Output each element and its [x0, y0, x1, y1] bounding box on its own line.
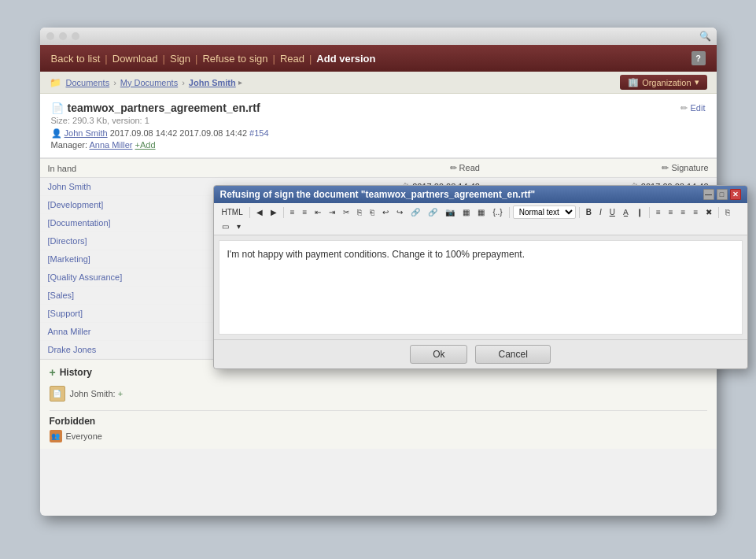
add-link[interactable]: +Add — [135, 140, 156, 150]
html-btn[interactable]: HTML — [219, 206, 246, 218]
sep2: | — [163, 53, 165, 65]
ul-btn[interactable]: ≡ — [287, 206, 298, 218]
indent-btn[interactable]: ⇥ — [326, 206, 338, 218]
cut-btn[interactable]: ✂ — [340, 206, 352, 218]
align-left-btn[interactable]: ≡ — [653, 206, 664, 218]
history-thumb: 📄 — [50, 386, 65, 402]
breadcrumb-my-documents[interactable]: My Documents — [120, 78, 178, 87]
name-link[interactable]: Anna Miller — [48, 327, 91, 336]
everyone-label: Everyone — [66, 431, 102, 441]
history-item-icon: + — [118, 389, 123, 398]
download-link[interactable]: Download — [112, 53, 158, 65]
dot-yellow — [59, 32, 67, 40]
redo-btn[interactable]: ▶ — [267, 206, 280, 218]
modal-content[interactable]: I'm not happy with payment conditions. C… — [219, 240, 743, 335]
ol-btn[interactable]: ≡ — [300, 206, 311, 218]
col-inhand: In hand — [40, 159, 260, 178]
org-arrow: ▾ — [695, 77, 699, 87]
doc-name: teamwox_partners_agreement_en.rtf — [68, 102, 260, 114]
align-right-btn[interactable]: ≡ — [678, 206, 689, 218]
sep5: | — [309, 53, 312, 65]
undo2-btn[interactable]: ↩ — [379, 206, 392, 218]
format-select[interactable]: Normal text Heading 1 Heading 2 Heading … — [513, 205, 576, 219]
doc-date: 2017.09.08 14:42 — [179, 128, 247, 138]
org-label: Organization — [642, 78, 691, 87]
forbidden-title: Forbidden — [50, 416, 707, 427]
manager-link[interactable]: Anna Miller — [89, 140, 132, 150]
name-link[interactable]: John Smith — [48, 182, 91, 191]
name-link[interactable]: [Quality Assurance] — [48, 272, 123, 282]
breadcrumb-bar: 📁 Documents › My Documents › John Smith … — [40, 72, 717, 94]
highlight-btn[interactable]: ❙ — [633, 206, 646, 218]
snippet-btn[interactable]: {..} — [489, 206, 505, 218]
name-link[interactable]: [Directors] — [48, 236, 87, 246]
table-btn[interactable]: ▦ — [459, 206, 473, 218]
copy-btn[interactable]: ⎘ — [354, 206, 365, 218]
refuse-sign-link[interactable]: Refuse to sign — [202, 53, 267, 65]
help-button[interactable]: ? — [691, 51, 706, 65]
unlink-btn[interactable]: 🔗 — [425, 206, 441, 218]
cancel-button[interactable]: Cancel — [475, 345, 550, 364]
more-btn[interactable]: ▾ — [234, 220, 244, 232]
bold-btn[interactable]: B — [583, 206, 595, 218]
name-link[interactable]: [Documentation] — [48, 218, 111, 228]
modal-dialog: Refusing of sign the document "teamwox_p… — [213, 185, 748, 369]
editor-toolbar: HTML ◀ ▶ ≡ ≡ ⇤ ⇥ ✂ ⎘ ⎗ ↩ ↪ 🔗 🔗 📷 ▦ ▦ {..… — [214, 203, 747, 235]
sep3: | — [195, 53, 197, 65]
doc-icon: 📄 — [51, 102, 64, 114]
outdent-btn[interactable]: ⇤ — [312, 206, 324, 218]
history-item: 📄 John Smith: + — [50, 383, 707, 404]
back-to-list-link[interactable]: Back to list — [51, 53, 101, 65]
folder-icon: 📁 — [50, 77, 61, 88]
name-link[interactable]: [Marketing] — [48, 254, 90, 264]
underline-btn[interactable]: U — [607, 206, 618, 218]
breadcrumb-current[interactable]: John Smith — [189, 78, 236, 87]
name-link[interactable]: [Support] — [48, 309, 83, 318]
clear-btn[interactable]: ✖ — [703, 206, 715, 218]
add-version-link[interactable]: Add version — [316, 53, 375, 65]
ok-button[interactable]: Ok — [410, 345, 467, 364]
modal-title: Refusing of sign the document "teamwox_p… — [220, 189, 703, 200]
link-btn[interactable]: 🔗 — [408, 206, 423, 218]
author-link[interactable]: John Smith — [65, 128, 108, 138]
name-link[interactable]: [Development] — [48, 200, 104, 209]
edit-section: ✏ Edit — [680, 102, 705, 113]
paste-btn[interactable]: ⎗ — [367, 206, 378, 218]
document-info: 📄 teamwox_partners_agreement_en.rtf ✏ Ed… — [40, 94, 717, 158]
sign-link[interactable]: Sign — [170, 53, 190, 65]
modal-restore-button[interactable]: □ — [717, 189, 728, 200]
sep1: | — [105, 53, 107, 65]
everyone-icon: 👥 — [50, 430, 62, 442]
title-bar: 🔍 — [40, 28, 717, 45]
manager-label: Manager: — [51, 140, 87, 150]
copy2-btn[interactable]: ⎘ — [722, 206, 733, 218]
history-title: History — [60, 367, 92, 378]
italic-btn[interactable]: I — [596, 206, 605, 218]
name-link[interactable]: [Sales] — [48, 291, 75, 300]
doc-hash[interactable]: #154 — [249, 128, 268, 138]
redo2-btn[interactable]: ↪ — [393, 206, 406, 218]
organization-button[interactable]: 🏢 Organization ▾ — [620, 75, 706, 90]
image-btn[interactable]: 📷 — [442, 206, 458, 218]
justify-btn[interactable]: ≡ — [690, 206, 701, 218]
font-color-btn[interactable]: A̲ — [620, 206, 632, 218]
align-center-btn[interactable]: ≡ — [666, 206, 677, 218]
preview-btn[interactable]: ▭ — [219, 220, 232, 232]
undo-btn[interactable]: ◀ — [253, 206, 266, 218]
bottom-panel: + History 📄 John Smith: + Forbidden 👥 Ev… — [40, 359, 717, 449]
dot-red — [46, 32, 54, 40]
search-icon: 🔍 — [699, 31, 710, 42]
pencil-icon: ✏ — [680, 103, 688, 113]
sig-pencil: ✏ — [662, 163, 671, 172]
user-icon: 👤 — [51, 128, 62, 138]
history-item-text: John Smith: + — [70, 389, 124, 398]
breadcrumb-documents[interactable]: Documents — [66, 78, 110, 87]
doc-manager-row: Manager: Anna Miller +Add — [51, 140, 706, 150]
name-link[interactable]: Drake Jones — [48, 345, 97, 354]
table2-btn[interactable]: ▦ — [474, 206, 488, 218]
edit-link[interactable]: Edit — [691, 103, 706, 113]
modal-minimize-button[interactable]: — — [703, 189, 714, 200]
breadcrumb-arrow: ▸ — [238, 78, 242, 87]
modal-close-button[interactable]: ✕ — [730, 189, 741, 200]
read-link[interactable]: Read — [280, 53, 304, 65]
